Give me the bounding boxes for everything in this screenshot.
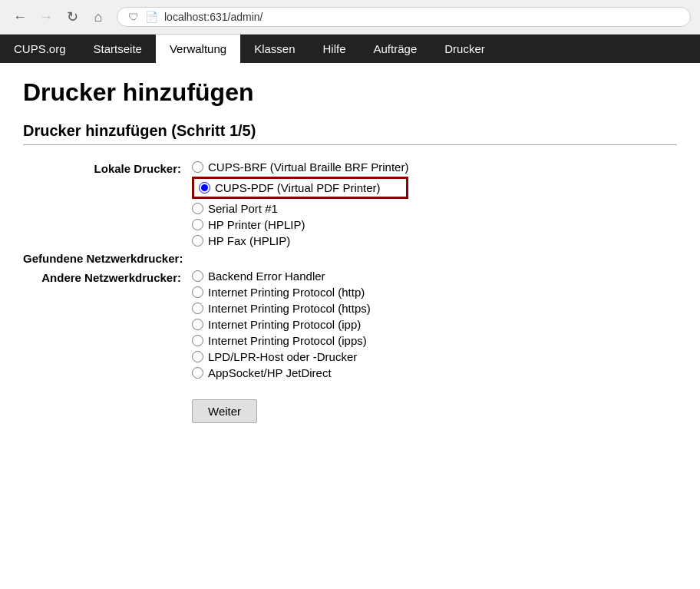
back-button[interactable]: ← xyxy=(9,6,31,28)
radio-hp-printer-label: HP Printer (HPLIP) xyxy=(208,218,305,231)
radio-beh-input[interactable] xyxy=(192,270,203,282)
radio-ipp-https[interactable]: Internet Printing Protocol (https) xyxy=(192,302,371,315)
radio-hp-fax[interactable]: HP Fax (HPLIP) xyxy=(192,234,408,247)
radio-ipp-https-label: Internet Printing Protocol (https) xyxy=(208,302,371,315)
nav-klassen[interactable]: Klassen xyxy=(240,35,309,63)
radio-appsocket-input[interactable] xyxy=(192,367,203,379)
other-network-row: Andere Netzwerkdrucker: Backend Error Ha… xyxy=(23,270,677,379)
radio-cups-brf-label: CUPS-BRF (Virtual Braille BRF Printer) xyxy=(208,160,408,174)
nav-drucker[interactable]: Drucker xyxy=(431,35,499,63)
main-content: Drucker hinzufügen Drucker hinzufügen (S… xyxy=(0,63,700,438)
nav-verwaltung[interactable]: Verwaltung xyxy=(156,35,240,63)
radio-hp-printer[interactable]: HP Printer (HPLIP) xyxy=(192,218,408,231)
network-found-label: Gefundene Netzwerkdrucker: xyxy=(23,250,193,265)
radio-ipp-ipps-input[interactable] xyxy=(192,335,203,346)
nav-bar: CUPS.org Startseite Verwaltung Klassen H… xyxy=(0,35,700,63)
network-found-row: Gefundene Netzwerkdrucker: xyxy=(23,250,677,265)
selected-option-highlight: CUPS-PDF (Virtual PDF Printer) xyxy=(192,177,408,199)
radio-ipp-http-label: Internet Printing Protocol (http) xyxy=(208,286,365,299)
nav-cups-org[interactable]: CUPS.org xyxy=(0,35,80,63)
radio-ipp-ipp[interactable]: Internet Printing Protocol (ipp) xyxy=(192,318,371,331)
radio-cups-pdf-label: CUPS-PDF (Virtual PDF Printer) xyxy=(215,181,381,194)
radio-cups-brf[interactable]: CUPS-BRF (Virtual Braille BRF Printer) xyxy=(192,160,408,174)
local-printers-label: Lokale Drucker: xyxy=(23,160,192,175)
radio-appsocket[interactable]: AppSocket/HP JetDirect xyxy=(192,366,371,379)
nav-auftraege[interactable]: Aufträge xyxy=(360,35,431,63)
weiter-button[interactable]: Weiter xyxy=(192,399,257,423)
radio-appsocket-label: AppSocket/HP JetDirect xyxy=(208,366,332,379)
radio-cups-brf-input[interactable] xyxy=(192,161,203,173)
radio-beh[interactable]: Backend Error Handler xyxy=(192,270,371,283)
radio-lpd-input[interactable] xyxy=(192,351,203,362)
page-title: Drucker hinzufügen xyxy=(23,78,677,107)
radio-ipp-ipps-label: Internet Printing Protocol (ipps) xyxy=(208,334,367,347)
browser-chrome: ← → ↻ ⌂ 🛡 📄 localhost:631/admin/ xyxy=(0,0,700,35)
radio-serial1-input[interactable] xyxy=(192,203,203,214)
radio-lpd-label: LPD/LPR-Host oder -Drucker xyxy=(208,350,357,363)
browser-nav-buttons: ← → ↻ ⌂ xyxy=(9,6,109,28)
radio-cups-pdf[interactable]: CUPS-PDF (Virtual PDF Printer) xyxy=(199,181,381,194)
radio-beh-label: Backend Error Handler xyxy=(208,270,325,283)
button-row: Weiter xyxy=(23,387,677,423)
radio-ipp-https-input[interactable] xyxy=(192,303,203,314)
radio-hp-fax-input[interactable] xyxy=(192,235,203,247)
radio-ipp-ipps[interactable]: Internet Printing Protocol (ipps) xyxy=(192,334,371,347)
nav-hilfe[interactable]: Hilfe xyxy=(309,35,360,63)
radio-serial1[interactable]: Serial Port #1 xyxy=(192,202,408,215)
radio-hp-fax-label: HP Fax (HPLIP) xyxy=(208,234,290,247)
reload-button[interactable]: ↻ xyxy=(61,6,83,28)
radio-ipp-http-input[interactable] xyxy=(192,286,203,298)
radio-lpd[interactable]: LPD/LPR-Host oder -Drucker xyxy=(192,350,371,363)
radio-ipp-ipp-label: Internet Printing Protocol (ipp) xyxy=(208,318,361,331)
radio-hp-printer-input[interactable] xyxy=(192,219,203,230)
radio-ipp-http[interactable]: Internet Printing Protocol (http) xyxy=(192,286,371,299)
other-network-options: Backend Error Handler Internet Printing … xyxy=(192,270,371,379)
url-text: localhost:631/admin/ xyxy=(164,11,262,23)
radio-cups-pdf-input[interactable] xyxy=(199,182,210,194)
local-printers-options: CUPS-BRF (Virtual Braille BRF Printer) C… xyxy=(192,160,408,247)
forward-button[interactable]: → xyxy=(35,6,57,28)
page-icon: 📄 xyxy=(145,11,158,23)
radio-ipp-ipp-input[interactable] xyxy=(192,319,203,330)
home-button[interactable]: ⌂ xyxy=(88,6,109,28)
radio-serial1-label: Serial Port #1 xyxy=(208,202,278,215)
nav-startseite[interactable]: Startseite xyxy=(80,35,156,63)
step-title: Drucker hinzufügen (Schritt 1/5) xyxy=(23,122,677,145)
shield-icon: 🛡 xyxy=(128,11,139,23)
local-printers-row: Lokale Drucker: CUPS-BRF (Virtual Braill… xyxy=(23,160,677,247)
address-bar[interactable]: 🛡 📄 localhost:631/admin/ xyxy=(117,7,691,27)
other-network-label: Andere Netzwerkdrucker: xyxy=(23,270,192,284)
